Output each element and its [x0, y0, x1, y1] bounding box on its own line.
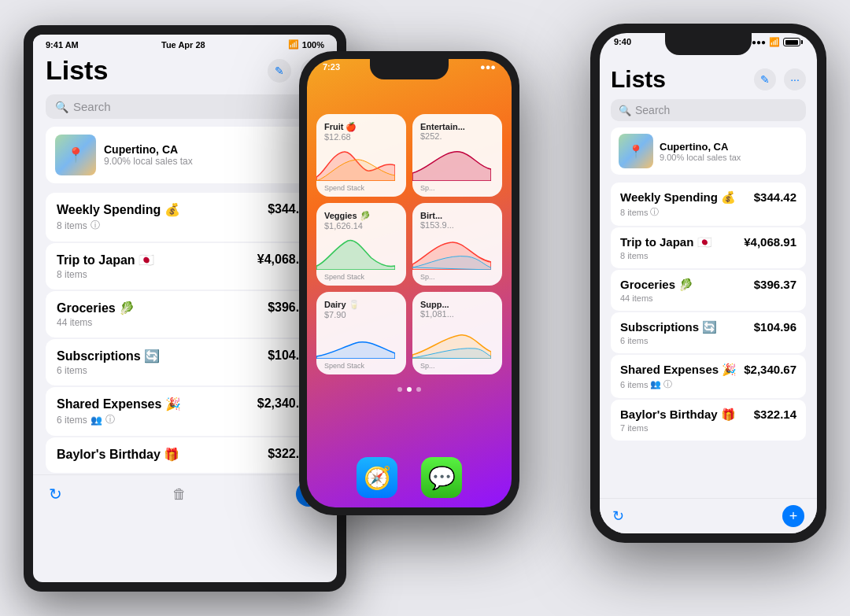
list-item-name: Subscriptions 🔄	[57, 349, 160, 363]
iphone-map-thumb	[619, 134, 653, 168]
iphone-list-item-weekly[interactable]: Weekly Spending 💰 8 items ⓘ $344.42	[611, 183, 806, 226]
list-item-shared[interactable]: Shared Expenses 🎉 6 items 👥 ⓘ $2,340.67	[46, 387, 324, 436]
widget-amount: $1,626.14	[324, 221, 398, 231]
iphone-add-button[interactable]: +	[782, 505, 804, 527]
iphone-more-button[interactable]: ···	[784, 68, 806, 90]
widget-amount: $252.	[420, 131, 494, 141]
ipad-status-right: 📶 100%	[288, 39, 324, 50]
iphone-location-info: Cupertino, CA 9.00% local sales tax	[660, 141, 741, 162]
safari-icon[interactable]: 🧭	[357, 457, 397, 498]
list-item-name: Weekly Spending 💰	[57, 202, 180, 217]
location-tile[interactable]: Cupertino, CA 9.00% local sales tax	[46, 127, 324, 183]
iphone-list-name: Trip to Japan 🇯🇵	[620, 235, 712, 249]
iphone-list-sub: 8 items	[620, 251, 712, 260]
iphone-mid-time: 7:23	[323, 62, 340, 72]
iphone-right-list-scroll[interactable]: Weekly Spending 💰 8 items ⓘ $344.42 Trip…	[600, 183, 817, 441]
widget-label: Supp...	[420, 300, 494, 309]
iphone-dock: 🧭 💬	[316, 457, 502, 498]
iphone-list-name: Weekly Spending 💰	[620, 190, 736, 205]
list-item-groceries[interactable]: Groceries 🥬 44 items $396.37	[46, 291, 324, 338]
search-bar[interactable]: 🔍 Search	[46, 94, 324, 119]
iphone-location-name: Cupertino, CA	[660, 141, 741, 153]
widget-entertainment[interactable]: Entertain... $252. Sp...	[412, 114, 502, 197]
list-item-name: Trip to Japan 🇯🇵	[57, 253, 154, 267]
ipad-status-bar: 9:41 AM Tue Apr 28 📶 100%	[33, 35, 337, 53]
edit-icon: ✎	[275, 65, 284, 77]
iphone-list-amount: $322.14	[754, 408, 796, 421]
widget-supplies[interactable]: Supp... $1,081... Sp...	[412, 292, 502, 374]
iphone-list-name: Groceries 🥬	[620, 278, 693, 292]
ipad-time: 9:41 AM	[46, 40, 79, 50]
info-icon2: ⓘ	[105, 413, 115, 426]
ipad-screen: 9:41 AM Tue Apr 28 📶 100% Lists ✎ ···	[33, 35, 337, 582]
widget-brand: Sp...	[420, 273, 435, 281]
widget-label: Birt...	[420, 211, 494, 220]
iphone-right-title: Lists	[611, 66, 666, 93]
iphone-list-sub: 7 items	[620, 423, 736, 433]
battery-icon-right	[783, 38, 803, 46]
list-item-birthday[interactable]: Baylor's Birthday 🎁 $322.14	[46, 437, 324, 473]
iphone-edit-button[interactable]: ✎	[754, 68, 776, 90]
list-item-weekly[interactable]: Weekly Spending 💰 8 items ⓘ $344.42	[46, 193, 324, 242]
iphone-list-item-groceries[interactable]: Groceries 🥬 44 items $396.37	[611, 270, 806, 311]
iphone-right-location[interactable]: Cupertino, CA 9.00% local sales tax	[611, 127, 806, 175]
widget-grid: Fruit 🍎 $12.68 Spend Stack Entertain... …	[307, 108, 512, 381]
widget-birthday[interactable]: Birt... $153.9... Sp...	[412, 203, 502, 286]
battery-label: 100%	[302, 40, 324, 50]
iphone-list-name: Shared Expenses 🎉	[620, 363, 737, 377]
list-item-sub: 8 items	[57, 269, 154, 280]
widget-label: Dairy 🥛	[324, 300, 398, 310]
widget-dairy[interactable]: Dairy 🥛 $7.90 Spend Stack	[316, 292, 406, 374]
widget-brand: Spend Stack	[324, 273, 364, 281]
page-dot-3	[416, 387, 421, 392]
list-scroll[interactable]: Weekly Spending 💰 8 items ⓘ $344.42 Trip…	[33, 193, 337, 474]
iphone-mid-signal: ●●●	[480, 62, 496, 72]
iphone-right-screen: 9:40 ●●● 📶 Lists ✎	[600, 33, 817, 533]
ipad-app-header: Lists ✎ ···	[33, 53, 337, 91]
refresh-button[interactable]: ↻	[49, 485, 62, 503]
edit-button[interactable]: ✎	[268, 59, 291, 83]
iphone-list-item-subscriptions[interactable]: Subscriptions 🔄 6 items $104.96	[611, 312, 806, 353]
wifi-icon-right: 📶	[769, 37, 780, 47]
iphone-location-sub: 9.00% local sales tax	[660, 153, 741, 162]
page-dot-1	[397, 387, 402, 392]
iphone-right-status: 9:40 ●●● 📶	[600, 33, 817, 47]
widget-brand: Sp...	[420, 362, 435, 370]
search-icon-right: 🔍	[619, 105, 631, 116]
signal-icon: ●●●	[752, 38, 766, 46]
widget-brand: Spend Stack	[324, 362, 364, 370]
share-icon: 👥	[91, 415, 102, 426]
list-item-japan[interactable]: Trip to Japan 🇯🇵 8 items ¥4,068.91	[46, 243, 324, 290]
trash-button[interactable]: 🗑	[172, 486, 187, 503]
iphone-right-bottom: ↻ +	[600, 498, 817, 533]
list-item-sub: 6 items 👥 ⓘ	[57, 413, 181, 426]
widget-brand: Spend Stack	[324, 184, 364, 192]
info-icon: ⓘ	[91, 219, 100, 232]
iphone-list-sub: 6 items 👥 ⓘ	[620, 378, 737, 390]
ipad-app-title: Lists	[46, 56, 108, 85]
iphone-refresh-button[interactable]: ↻	[612, 507, 624, 525]
widget-label: Entertain...	[420, 122, 494, 131]
iphone-list-item-birthday[interactable]: Baylor's Birthday 🎁 7 items $322.14	[611, 400, 806, 441]
ipad-date: Tue Apr 28	[161, 40, 205, 50]
list-item-name: Baylor's Birthday 🎁	[57, 447, 179, 462]
widget-amount: $1,081...	[420, 309, 494, 319]
iphone-right-search[interactable]: 🔍 Search	[611, 99, 806, 121]
list-item-subscriptions[interactable]: Subscriptions 🔄 6 items $104.96	[46, 339, 324, 385]
widget-brand: Sp...	[420, 184, 435, 192]
search-icon: 🔍	[55, 101, 68, 113]
share-icon-right: 👥	[650, 379, 661, 389]
widget-veggies[interactable]: Veggies 🥬 $1,626.14 Spend Stack	[316, 203, 406, 286]
widget-fruit[interactable]: Fruit 🍎 $12.68 Spend Stack	[316, 114, 406, 197]
widget-label: Veggies 🥬	[324, 211, 398, 221]
iphone-list-item-japan[interactable]: Trip to Japan 🇯🇵 8 items ¥4,068.91	[611, 227, 806, 268]
iphone-list-item-shared[interactable]: Shared Expenses 🎉 6 items 👥 ⓘ $2,340.67	[611, 355, 806, 398]
search-placeholder: Search	[73, 100, 111, 113]
more-icon-right: ···	[790, 73, 800, 86]
widget-amount: $7.90	[324, 310, 398, 319]
location-sub: 9.00% local sales tax	[104, 156, 193, 167]
iphone-list-sub: 8 items ⓘ	[620, 206, 736, 218]
iphone-list-amount: $2,340.67	[744, 363, 796, 376]
messages-icon[interactable]: 💬	[421, 457, 462, 498]
ipad-bottom-bar: ↻ 🗑 +	[33, 474, 337, 513]
